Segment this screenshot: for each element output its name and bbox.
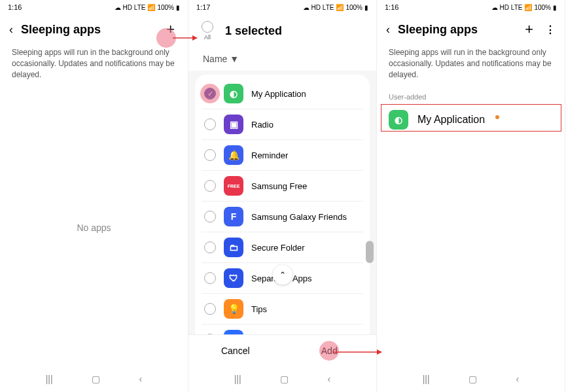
app-list: ✓◐My Application▣Radio🔔ReminderFREESamsu… [188, 71, 376, 334]
new-indicator-icon [495, 115, 499, 119]
app-icon: 🎤 [224, 330, 243, 334]
app-icon: 🗀 [224, 238, 243, 257]
list-item[interactable]: 🔔Reminder [202, 139, 363, 170]
list-item[interactable]: 💡Tips [202, 293, 363, 324]
status-icons: ☁ HD LTE 📶 100% ▮ [491, 4, 557, 11]
status-bar: 1:17 ☁ HD LTE 📶 100% ▮ [188, 0, 376, 14]
more-icon[interactable]: ⋮ [545, 24, 556, 36]
action-bar: Cancel Add [188, 334, 376, 366]
checkbox[interactable] [204, 149, 216, 161]
list-item[interactable]: 🎤Voice Access [202, 324, 363, 334]
app-icon: FREE [224, 176, 243, 196]
select-all-label: All [204, 34, 211, 41]
app-name: Secure Folder [251, 243, 361, 253]
app-name: Samsung Free [251, 181, 361, 191]
status-icons: ☁ HD LTE 📶 100% ▮ [303, 4, 368, 11]
nav-bar: ||| ▢ ‹ [0, 366, 188, 392]
highlight-selected [200, 84, 220, 103]
app-icon: 🔔 [224, 145, 243, 165]
clock: 1:16 [8, 3, 22, 11]
status-bar: 1:16 ☁ HD LTE 📶 100% ▮ [0, 0, 188, 14]
screen-sleeping-apps-empty: 1:16 ☁ HD LTE 📶 100% ▮ ‹ Sleeping apps +… [0, 0, 188, 392]
description: Sleeping apps will run in the background… [0, 45, 188, 89]
list-item[interactable]: 🗀Secure Folder [202, 232, 363, 262]
list-item[interactable]: ◐ My Application [377, 103, 565, 136]
home-icon[interactable]: ▢ [280, 374, 289, 384]
list-item[interactable]: ✓◐My Application [202, 79, 363, 109]
back-icon[interactable]: ‹ [386, 23, 390, 37]
add-button[interactable]: + [525, 21, 533, 38]
highlight-add [156, 28, 176, 48]
app-name: My Application [251, 89, 361, 99]
checkbox[interactable] [204, 272, 216, 284]
home-icon[interactable]: ▢ [92, 374, 100, 384]
app-icon: ▣ [224, 115, 243, 134]
app-icon: F [224, 207, 243, 226]
recents-icon[interactable]: ||| [46, 374, 53, 384]
nav-bar: ||| ▢ ‹ [188, 366, 376, 392]
back-icon[interactable]: ‹ [9, 23, 13, 37]
screen-select-apps: 1:17 ☁ HD LTE 📶 100% ▮ All 1 selected Na… [188, 0, 377, 392]
app-name: Samsung Galaxy Friends [251, 212, 361, 222]
clock: 1:16 [385, 3, 398, 11]
app-name: Tips [251, 304, 361, 314]
back-nav-icon[interactable]: ‹ [328, 374, 331, 384]
clock: 1:17 [196, 3, 210, 11]
status-icons: ☁ HD LTE 📶 100% ▮ [115, 4, 180, 11]
recents-icon[interactable]: ||| [423, 374, 430, 384]
header: All 1 selected [188, 14, 376, 47]
select-all-radio[interactable] [202, 21, 213, 33]
highlight-add-btn [319, 341, 339, 361]
page-title: Sleeping apps [21, 23, 158, 37]
app-name: Reminder [251, 151, 361, 160]
cancel-button[interactable]: Cancel [188, 335, 283, 366]
app-icon: 🛡 [224, 268, 243, 288]
selection-count: 1 selected [225, 24, 367, 38]
home-icon[interactable]: ▢ [469, 374, 477, 384]
scroll-top-button[interactable]: ⌃ [273, 265, 292, 285]
checkbox[interactable] [204, 180, 216, 192]
app-icon: 💡 [224, 299, 243, 319]
recents-icon[interactable]: ||| [234, 374, 241, 384]
list-item[interactable]: FSamsung Galaxy Friends [202, 201, 363, 232]
scrollbar[interactable] [366, 241, 374, 263]
back-nav-icon[interactable]: ‹ [139, 374, 143, 384]
add-button[interactable]: Add [283, 335, 377, 366]
status-bar: 1:16 ☁ HD LTE 📶 100% ▮ [377, 0, 565, 14]
nav-bar: ||| ▢ ‹ [377, 366, 565, 392]
app-name: Radio [251, 120, 361, 130]
app-icon: ◐ [224, 84, 243, 103]
app-name: My Application [417, 114, 485, 126]
back-nav-icon[interactable]: ‹ [516, 374, 520, 384]
checkbox[interactable] [204, 118, 216, 130]
app-icon: ◐ [389, 110, 408, 130]
screen-sleeping-apps-added: 1:16 ☁ HD LTE 📶 100% ▮ ‹ Sleeping apps +… [377, 0, 565, 392]
sort-dropdown[interactable]: Name ▼ [188, 47, 376, 71]
checkbox[interactable] [204, 241, 216, 253]
checkbox[interactable] [204, 211, 216, 223]
description: Sleeping apps will run in the background… [377, 45, 565, 89]
list-item[interactable]: FREESamsung Free [202, 170, 363, 201]
section-user-added: User-added [377, 89, 565, 103]
checkbox[interactable] [204, 334, 216, 334]
list-item[interactable]: ▣Radio [202, 109, 363, 139]
select-all[interactable]: All [198, 21, 217, 41]
app-name: Separated Apps [251, 274, 361, 283]
header: ‹ Sleeping apps + ⋮ [377, 14, 565, 45]
page-title: Sleeping apps [398, 23, 517, 37]
checkbox[interactable] [204, 303, 216, 315]
empty-state: No apps [0, 89, 188, 366]
